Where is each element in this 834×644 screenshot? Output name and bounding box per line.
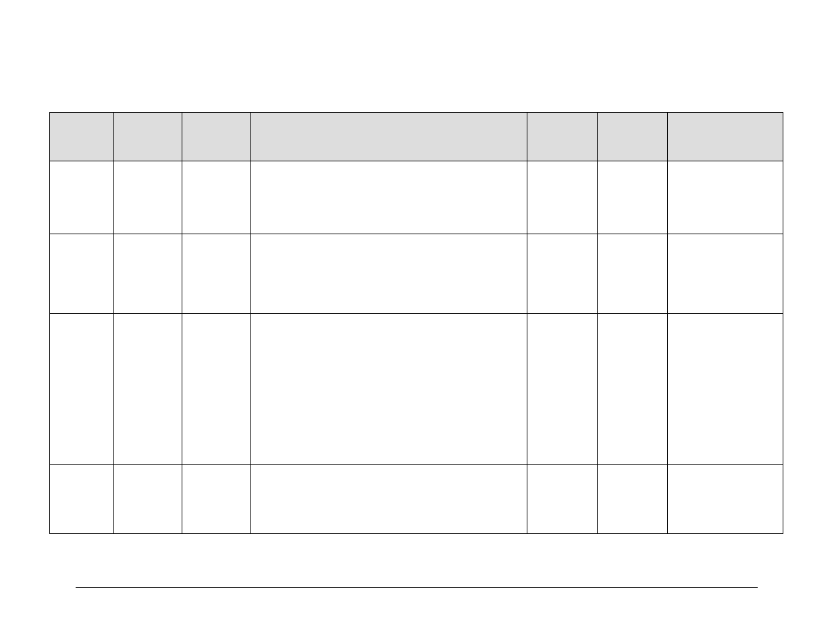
cell [251,465,527,534]
cell [598,234,668,314]
cell [50,314,114,465]
cell [598,161,668,234]
col-header-7 [668,113,783,161]
cell [50,161,114,234]
table-row [50,465,783,534]
col-header-6 [598,113,668,161]
table-row [50,234,783,314]
cell [598,314,668,465]
cell [182,314,251,465]
cell [114,314,182,465]
col-header-2 [114,113,182,161]
cell [50,234,114,314]
cell [668,234,783,314]
cell [527,314,598,465]
cell [668,314,783,465]
table-header-row [50,113,783,161]
cell [251,314,527,465]
cell [251,161,527,234]
cell [527,161,598,234]
cell [598,465,668,534]
table-row [50,314,783,465]
col-header-5 [527,113,598,161]
table-body [50,161,783,534]
cell [251,234,527,314]
col-header-1 [50,113,114,161]
cell [668,161,783,234]
cell [182,234,251,314]
cell [182,161,251,234]
table-header [50,113,783,161]
footer-divider [76,587,758,588]
page [0,0,834,644]
col-header-3 [182,113,251,161]
cell [527,234,598,314]
col-header-4 [251,113,527,161]
table-row [50,161,783,234]
cell [114,234,182,314]
data-table [49,112,783,534]
cell [50,465,114,534]
cell [668,465,783,534]
cell [182,465,251,534]
cell [527,465,598,534]
cell [114,161,182,234]
cell [114,465,182,534]
